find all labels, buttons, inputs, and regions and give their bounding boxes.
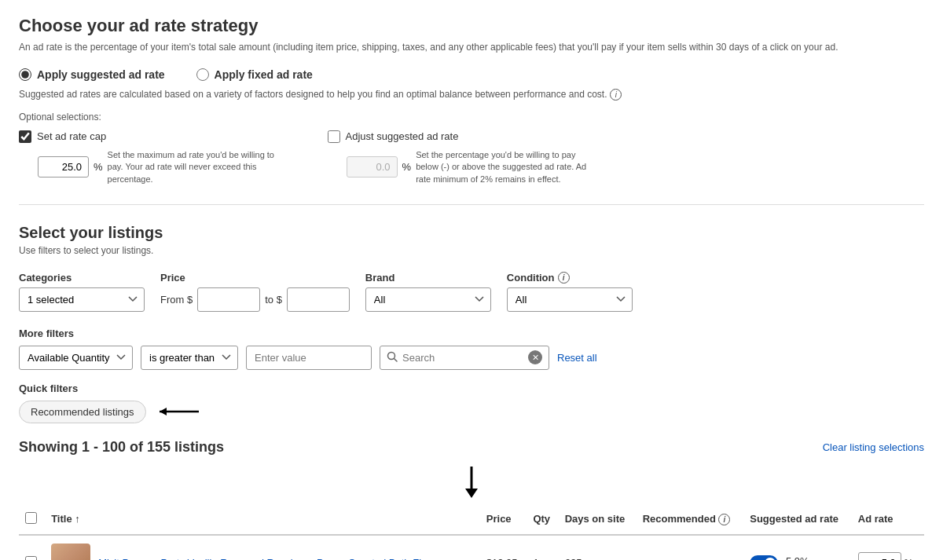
rate-cap-input[interactable] xyxy=(38,156,89,178)
categories-filter: Categories 1 selected xyxy=(19,272,145,312)
strategy-selection: Apply suggested ad rate Apply fixed ad r… xyxy=(19,68,924,81)
listings-table: Title ↑ Price Qty Days on site Recommend… xyxy=(19,504,924,560)
qty-header: Qty xyxy=(527,504,558,535)
search-icon xyxy=(387,351,398,364)
price-from-input[interactable] xyxy=(197,287,260,312)
condition-info-icon[interactable]: i xyxy=(558,272,570,284)
optional-selections: Set ad rate cap % Set the maximum ad rat… xyxy=(19,130,924,185)
categories-select[interactable]: 1 selected xyxy=(19,287,145,312)
quantity-select[interactable]: Available Quantity xyxy=(19,346,133,370)
search-box[interactable]: ✕ xyxy=(380,346,549,370)
listings-table-wrapper: Title ↑ Price Qty Days on site Recommend… xyxy=(19,504,924,560)
price-to-label: to $ xyxy=(265,294,282,306)
svg-line-1 xyxy=(394,358,398,361)
table-header-row: Title ↑ Price Qty Days on site Recommend… xyxy=(19,504,924,535)
recommended-info-icon[interactable]: i xyxy=(718,514,730,525)
brand-filter: Brand All xyxy=(365,272,491,312)
page-subtitle: An ad rate is the percentage of your ite… xyxy=(19,41,924,54)
days-on-site-header: Days on site xyxy=(559,504,637,535)
page-title: Choose your ad rate strategy xyxy=(19,16,924,36)
select-all-checkbox[interactable] xyxy=(25,512,37,524)
brand-select[interactable]: All xyxy=(365,287,491,312)
fixed-rate-radio[interactable] xyxy=(196,68,209,81)
row-ad-rate-cell: % xyxy=(852,535,924,560)
rate-cap-percent: % xyxy=(94,161,103,173)
suggested-rate-toggle[interactable] xyxy=(750,555,778,560)
select-all-th xyxy=(19,504,45,535)
set-rate-cap-group: Set ad rate cap % Set the maximum ad rat… xyxy=(19,130,281,185)
set-rate-cap-label[interactable]: Set ad rate cap xyxy=(19,130,281,143)
more-filters-label: More filters xyxy=(19,328,924,339)
adjust-rate-group: Adjust suggested ad rate % Set the perce… xyxy=(328,130,589,185)
condition-select[interactable]: All xyxy=(507,287,633,312)
ad-rate-percent: % xyxy=(904,557,913,560)
info-icon[interactable]: i xyxy=(610,89,622,101)
table-row: Mixit Pamper Party Vanilla Rose and Rasp… xyxy=(19,535,924,560)
quick-filters-row: Recommended listings xyxy=(19,401,924,423)
arrow-right-icon xyxy=(156,404,203,419)
row-suggested-rate-cell: 5.9% xyxy=(743,535,852,560)
fixed-rate-option[interactable]: Apply fixed ad rate xyxy=(196,68,313,81)
price-to-input[interactable] xyxy=(287,287,350,312)
condition-label: Condition i xyxy=(507,272,633,284)
price-inputs-row: From $ to $ xyxy=(160,287,350,312)
more-filters-row: Available Quantity is greater than ✕ Res… xyxy=(19,346,924,370)
listings-desc: Use filters to select your listings. xyxy=(19,245,924,256)
row-price-cell: $12.95 xyxy=(480,535,527,560)
adjust-rate-label[interactable]: Adjust suggested ad rate xyxy=(328,130,589,143)
row-qty-cell: 1 xyxy=(527,535,558,560)
down-arrow-container xyxy=(19,467,924,498)
showing-section: Showing 1 - 100 of 155 listings Clear li… xyxy=(19,439,924,498)
product-image xyxy=(51,544,90,560)
adjust-rate-input-row: % Set the percentage you'd be willing to… xyxy=(347,149,589,185)
suggested-rate-value: 5.9% xyxy=(786,555,809,560)
rate-cap-desc: Set the maximum ad rate you'd be willing… xyxy=(108,149,281,185)
row-checkbox[interactable] xyxy=(25,556,37,560)
price-filter: Price From $ to $ xyxy=(160,272,350,312)
suggested-rate-option[interactable]: Apply suggested ad rate xyxy=(19,68,165,81)
quick-filters-section: Quick filters Recommended listings xyxy=(19,382,924,423)
operator-select[interactable]: is greater than xyxy=(141,346,238,370)
recommended-header: Recommended i xyxy=(637,504,744,535)
row-select-cell xyxy=(19,535,45,560)
brand-label: Brand xyxy=(365,272,491,284)
quick-filters-label: Quick filters xyxy=(19,382,924,394)
row-days-cell: 625 xyxy=(559,535,637,560)
row-title-cell: Mixit Pamper Party Vanilla Rose and Rasp… xyxy=(45,535,480,560)
clear-search-icon[interactable]: ✕ xyxy=(528,350,542,364)
adjust-rate-desc: Set the percentage you'd be willing to p… xyxy=(416,149,589,185)
product-image-inner xyxy=(51,544,90,560)
section-divider xyxy=(19,204,924,205)
recommended-listings-btn[interactable]: Recommended listings xyxy=(19,401,146,423)
suggested-ad-rate-header: Suggested ad rate xyxy=(743,504,852,535)
showing-row: Showing 1 - 100 of 155 listings Clear li… xyxy=(19,439,924,456)
set-rate-cap-checkbox[interactable] xyxy=(19,130,31,143)
showing-text: Showing 1 - 100 of 155 listings xyxy=(19,439,224,456)
fixed-rate-label: Apply fixed ad rate xyxy=(215,68,313,81)
value-input[interactable] xyxy=(246,346,372,370)
toggle-slider xyxy=(750,555,778,560)
reset-all-link[interactable]: Reset all xyxy=(557,352,597,364)
suggested-rate-label: Apply suggested ad rate xyxy=(37,68,165,81)
adjust-rate-input[interactable] xyxy=(347,156,398,178)
title-header[interactable]: Title ↑ xyxy=(45,504,480,535)
set-rate-cap-text: Set ad rate cap xyxy=(37,130,106,142)
ad-rate-input[interactable] xyxy=(858,552,901,560)
svg-marker-5 xyxy=(465,489,478,498)
search-input[interactable] xyxy=(399,346,525,369)
down-arrow-icon xyxy=(462,467,481,498)
adjust-rate-checkbox[interactable] xyxy=(328,130,340,143)
main-filters-row: Categories 1 selected Price From $ to $ … xyxy=(19,272,924,312)
ad-rate-header: Ad rate xyxy=(852,504,924,535)
sort-asc-icon: ↑ xyxy=(75,513,80,525)
suggested-desc-row: Suggested ad rates are calculated based … xyxy=(19,89,924,101)
product-link[interactable]: Mixit Pamper Party Vanilla Rose and Rasp… xyxy=(98,556,446,560)
listings-title: Select your listings xyxy=(19,224,924,242)
price-header: Price xyxy=(480,504,527,535)
suggested-rate-radio[interactable] xyxy=(19,68,31,81)
adjust-rate-text: Adjust suggested ad rate xyxy=(346,130,459,142)
price-from-label: From $ xyxy=(160,294,193,306)
clear-listing-selections-link[interactable]: Clear listing selections xyxy=(823,441,924,453)
adjust-percent: % xyxy=(402,161,412,173)
price-label: Price xyxy=(160,272,350,284)
